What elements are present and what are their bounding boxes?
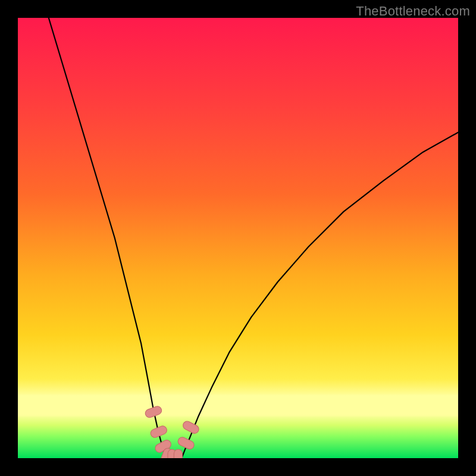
svg-rect-5 xyxy=(174,449,182,458)
plot-inner xyxy=(18,18,458,458)
pale-band xyxy=(18,394,458,416)
plot-area xyxy=(18,18,458,458)
chart-frame: TheBottleneck.com xyxy=(0,0,476,476)
watermark-text: TheBottleneck.com xyxy=(356,4,470,19)
gradient-bg xyxy=(18,18,458,458)
marker-5 xyxy=(174,449,182,458)
chart-svg xyxy=(18,18,458,458)
